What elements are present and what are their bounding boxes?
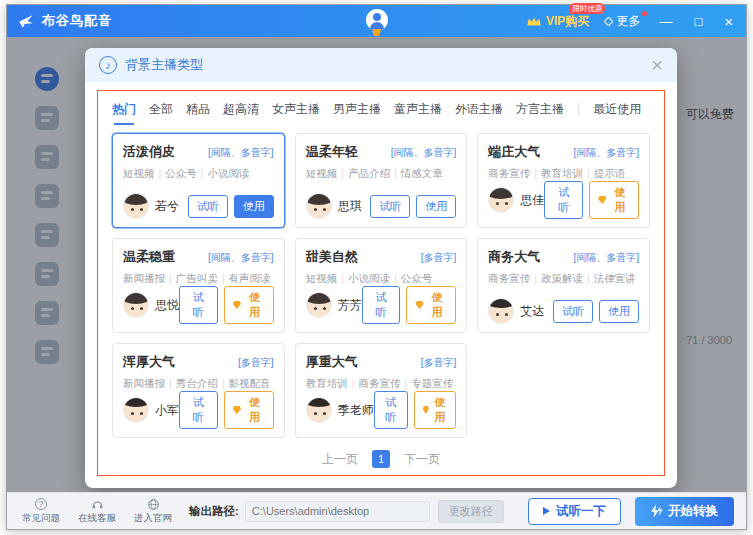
modal-tab[interactable]: 最近使用	[593, 101, 641, 125]
more-label: 更多	[616, 13, 640, 30]
music-note-icon: ♪	[99, 56, 117, 74]
modal-tab[interactable]: 男声主播	[333, 101, 381, 125]
voice-name: 艾达	[520, 303, 544, 320]
voice-tag: 小说阅读	[348, 272, 390, 284]
voice-tag: 短视频	[123, 167, 155, 179]
modal-tab[interactable]: 精品	[186, 101, 210, 125]
footer-link[interactable]: 在线客服	[75, 498, 119, 525]
voice-card-tags: 短视频|小说阅读|公众号	[306, 272, 457, 286]
category-tabs: 热门全部精品超高清女声主播男声主播童声主播外语主播方言主播|最近使用	[112, 101, 650, 125]
start-convert-button[interactable]: 开始转换	[635, 497, 734, 526]
modal-tab[interactable]: 女声主播	[272, 101, 320, 125]
voice-card-feature: [多音字]	[238, 356, 274, 370]
modal-tab[interactable]: 外语主播	[455, 101, 503, 125]
listen-button[interactable]: 试听	[179, 391, 218, 429]
footer-link[interactable]: ?常见问题	[19, 498, 63, 525]
voice-card-tags: 新闻播报|秀台介绍|影视配音	[123, 377, 274, 391]
maximize-button[interactable]: □	[691, 14, 705, 29]
vip-gem-icon	[423, 406, 429, 414]
voice-card-tags: 教育培训|商务宣传|专题宣传	[306, 377, 457, 391]
listen-button[interactable]: 试听	[188, 195, 228, 218]
listen-button[interactable]: 试听	[362, 286, 401, 324]
voice-card-bottom: 小军 试听 使用	[123, 391, 274, 429]
voice-name: 思琪	[338, 198, 362, 215]
voice-card[interactable]: 浑厚大气 [多音字] 新闻播报|秀台介绍|影视配音 小军 试听 使用	[112, 343, 285, 438]
voice-card-bottom: 芳芳 试听 使用	[306, 286, 457, 324]
titlebar: 布谷鸟配音 VIP购买 限时优惠 更多 —	[7, 5, 746, 37]
use-button-label: 使用	[432, 395, 447, 425]
voice-avatar	[306, 397, 332, 423]
tag-divider: |	[201, 167, 204, 179]
modal-tab[interactable]: 童声主播	[394, 101, 442, 125]
modal-tab[interactable]: 方言主播	[516, 101, 564, 125]
voice-card[interactable]: 端庄大气 [间隔、多音字] 商务宣传|教育培训|提示语 思佳 试听 使用	[477, 133, 650, 228]
close-modal-icon[interactable]: ×	[651, 55, 663, 75]
modal-tab[interactable]: 热门	[112, 101, 136, 125]
tag-divider: |	[394, 272, 397, 284]
voice-card-top: 厚重大气 [多音字]	[306, 353, 457, 371]
listen-button[interactable]: 试听	[370, 195, 410, 218]
listen-preview-button[interactable]: 试听一下	[528, 498, 621, 525]
voice-avatar	[123, 292, 149, 318]
minimize-button[interactable]: —	[656, 14, 675, 29]
voice-card[interactable]: 商务大气 [间隔、多音字] 商务宣传|政策解读|法律宣讲 艾达 试听 使用	[477, 238, 650, 333]
voice-card[interactable]: 温柔稳重 [间隔、多音字] 新闻播报|广告叫卖|有声阅读 思悦 试听 使用	[112, 238, 285, 333]
use-button[interactable]: 使用	[234, 195, 274, 218]
vip-gem-icon	[598, 196, 606, 204]
voice-card-top: 浑厚大气 [多音字]	[123, 353, 274, 371]
vip-purchase-button[interactable]: VIP购买 限时优惠	[526, 13, 589, 30]
use-button[interactable]: 使用	[224, 286, 274, 324]
use-button[interactable]: 使用	[414, 391, 457, 429]
voice-card-feature: [间隔、多音字]	[573, 251, 639, 265]
voice-tag: 提示语	[594, 167, 626, 179]
voice-tag: 商务宣传	[488, 167, 530, 179]
voice-card[interactable]: 温柔年轻 [间隔、多音字] 短视频|产品介绍|情感文章 思琪 试听 使用	[295, 133, 468, 228]
listen-button[interactable]: 试听	[553, 300, 593, 323]
use-button-label: 使用	[425, 199, 447, 214]
listen-button[interactable]: 试听	[544, 181, 583, 219]
use-button[interactable]: 使用	[224, 391, 274, 429]
voice-tag: 新闻播报	[123, 272, 165, 284]
tag-divider: |	[534, 167, 537, 179]
close-window-button[interactable]: ×	[721, 13, 736, 30]
footer-link[interactable]: 进入官网	[131, 498, 175, 525]
use-button[interactable]: 使用	[589, 181, 639, 219]
prev-page-button[interactable]: 上一页	[322, 451, 358, 468]
voice-card-title: 浑厚大气	[123, 353, 175, 371]
output-path-input[interactable]	[245, 501, 430, 522]
voice-card[interactable]: 厚重大气 [多音字] 教育培训|商务宣传|专题宣传 季老师 试听 使用	[295, 343, 468, 438]
more-button[interactable]: 更多	[605, 13, 640, 30]
voice-card[interactable]: 甜美自然 [多音字] 短视频|小说阅读|公众号 芳芳 试听 使用	[295, 238, 468, 333]
voice-card[interactable]: 活泼俏皮 [间隔、多音字] 短视频|公众号|小说阅读 若兮 试听 使用	[112, 133, 285, 228]
use-button-label: 使用	[244, 290, 265, 320]
next-page-button[interactable]: 下一页	[404, 451, 440, 468]
pagination: 上一页 1 下一页	[112, 450, 650, 468]
use-button[interactable]: 使用	[406, 286, 456, 324]
output-path-label: 输出路径:	[189, 504, 239, 519]
voice-card-top: 商务大气 [间隔、多音字]	[488, 248, 639, 266]
footer-link-label: 在线客服	[78, 512, 116, 525]
voice-tag: 公众号	[401, 272, 433, 284]
tag-divider: |	[534, 272, 537, 284]
voice-tag: 短视频	[306, 272, 338, 284]
listen-button[interactable]: 试听	[179, 286, 218, 324]
notification-dot	[642, 11, 647, 16]
tag-divider: |	[341, 272, 344, 284]
vip-promo-badge: 限时优惠	[569, 3, 605, 14]
anchor-type-modal: ♪ 背景主播类型 × 热门全部精品超高清女声主播男声主播童声主播外语主播方言主播…	[85, 48, 677, 488]
current-page-button[interactable]: 1	[372, 450, 390, 468]
tag-divider: |	[159, 167, 162, 179]
use-button-label: 使用	[609, 185, 630, 215]
use-button[interactable]: 使用	[599, 300, 639, 323]
titlebar-right: VIP购买 限时优惠 更多 — □ ×	[526, 13, 736, 30]
change-path-button[interactable]: 更改路径	[438, 500, 504, 523]
voice-tag: 新闻播报	[123, 377, 165, 389]
listen-preview-label: 试听一下	[556, 503, 606, 520]
use-button[interactable]: 使用	[416, 195, 456, 218]
user-avatar-icon[interactable]	[366, 9, 388, 31]
crown-icon	[526, 16, 542, 27]
voice-tag: 政策解读	[541, 272, 583, 284]
modal-tab[interactable]: 超高清	[223, 101, 259, 125]
modal-tab[interactable]: 全部	[149, 101, 173, 125]
listen-button[interactable]: 试听	[374, 391, 408, 429]
